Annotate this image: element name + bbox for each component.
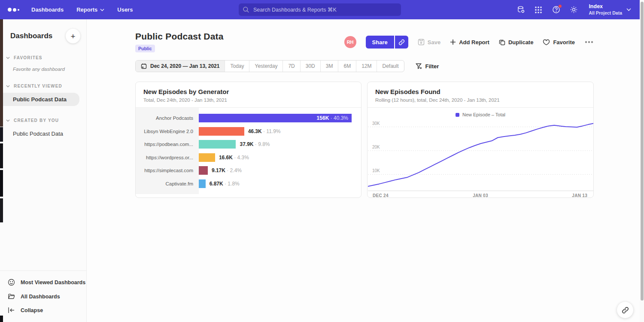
preset-12m[interactable]: 12M <box>356 61 377 72</box>
chart-legend: New Episode – Total <box>368 108 593 120</box>
chevron-down-icon <box>100 9 104 11</box>
project-selector[interactable]: Index All Project Data <box>589 3 631 16</box>
share-split-button: Share <box>366 36 408 49</box>
line-chart-subtitle: Rolling (12 hours), total, Dec 24th, 202… <box>375 97 586 103</box>
favorite-button[interactable]: Favorite <box>543 39 575 46</box>
link-icon <box>622 307 629 314</box>
sidebar-section-created-by-you[interactable]: CREATED BY YOU <box>0 118 86 123</box>
add-dashboard-button[interactable]: + <box>66 29 80 43</box>
bar-area: 6.87K · 1.8% <box>199 179 361 188</box>
apps-grid-icon[interactable] <box>534 6 543 14</box>
search-input[interactable] <box>239 3 401 16</box>
scrollbar-track <box>640 0 644 322</box>
bar-segment[interactable] <box>199 153 215 162</box>
x-axis-tick-label: DEC 24 <box>373 193 389 198</box>
notification-badge <box>558 4 562 8</box>
bar-segment[interactable] <box>199 166 208 175</box>
add-report-button[interactable]: Add Report <box>450 39 489 46</box>
section-label: FAVORITES <box>14 55 43 60</box>
save-label: Save <box>428 39 440 46</box>
nav-item-users[interactable]: Users <box>117 6 133 13</box>
section-label: CREATED BY YOU <box>14 118 59 123</box>
date-range-button[interactable]: Dec 24, 2020 — Jan 13, 2021 <box>136 61 225 72</box>
collapse-sidebar-button[interactable]: Collapse <box>0 304 86 317</box>
sidebar-item-public-podcast-data[interactable]: Public Podcast Data <box>0 93 79 106</box>
bar-segment[interactable] <box>199 179 206 188</box>
collapse-icon <box>8 307 15 313</box>
section-label: RECENTLY VIEWED <box>14 84 62 88</box>
preset-3m[interactable]: 3M <box>321 61 339 72</box>
preset-6m[interactable]: 6M <box>338 61 356 72</box>
most-viewed-dashboards-button[interactable]: Most Viewed Dashboards <box>0 275 86 289</box>
bar-segment[interactable]: 156K · 40.3% <box>199 114 352 122</box>
heart-icon <box>543 39 550 46</box>
copy-link-floating-button[interactable] <box>617 302 633 318</box>
x-axis-ticks: DEC 24JAN 03JAN 13 <box>368 191 593 198</box>
bar-row: Libsyn WebEngine 2.046.3K · 11.9% <box>136 125 361 138</box>
footer-item-label: All Dashboards <box>21 294 60 300</box>
link-icon <box>398 39 405 46</box>
bar-category-label: https://podbean.com... <box>136 142 199 147</box>
line-chart-card: New Episodes Found Rolling (12 hours), t… <box>367 82 594 198</box>
bar-area: 46.3K · 11.9% <box>199 127 361 136</box>
bar-category-label: Anchor Podcasts <box>136 115 199 121</box>
bar-area: 16.6K · 4.3% <box>199 153 361 162</box>
page-title: Public Podcast Data <box>135 31 224 42</box>
preset-30d[interactable]: 30D <box>301 61 321 72</box>
bar-rows: Anchor Podcasts156K · 40.3%Libsyn WebEng… <box>136 108 361 194</box>
all-dashboards-button[interactable]: All Dashboards <box>0 289 86 304</box>
sidebar-item-public-podcast-data-created[interactable]: Public Podcast Data <box>0 127 86 140</box>
public-badge: Public <box>135 45 155 52</box>
settings-gear-icon[interactable] <box>569 6 578 14</box>
bar-area: 156K · 40.3% <box>199 114 361 122</box>
bar-value: 9.17K · 2.4% <box>212 167 242 173</box>
preset-default[interactable]: Default <box>377 61 404 72</box>
bar-row: Captivate.fm6.87K · 1.8% <box>136 177 361 191</box>
nav-label: Dashboards <box>31 6 64 13</box>
preset-yesterday[interactable]: Yesterday <box>249 61 283 72</box>
nav-label: Users <box>117 6 133 13</box>
line-series[interactable] <box>368 123 594 186</box>
bar-value: 46.3K · 11.9% <box>248 128 281 134</box>
preset-7d[interactable]: 7D <box>283 61 300 72</box>
bar-row: Anchor Podcasts156K · 40.3% <box>136 112 361 125</box>
bar-value: 37.9K · 9.8% <box>240 141 270 147</box>
favorites-empty-hint: Favorite any dashboard <box>0 67 86 72</box>
bar-segment[interactable] <box>199 127 244 136</box>
duplicate-button[interactable]: Duplicate <box>499 39 534 46</box>
more-options-button[interactable] <box>584 39 594 45</box>
project-scope: All Project Data <box>589 10 622 16</box>
bar-category-label: https://simplecast.com <box>136 168 199 173</box>
main-content: Public Podcast Data Public RH Share Save… <box>87 19 640 322</box>
filter-button[interactable]: Filter <box>416 63 439 70</box>
share-link-button[interactable] <box>395 36 408 49</box>
avatar[interactable]: RH <box>344 36 356 48</box>
sidebar-section-favorites[interactable]: FAVORITES <box>0 55 86 60</box>
footer-item-label: Collapse <box>21 307 43 313</box>
preset-today[interactable]: Today <box>225 61 249 72</box>
sidebar-title: Dashboards <box>10 32 52 40</box>
filter-label: Filter <box>425 63 439 70</box>
help-icon[interactable] <box>552 6 560 14</box>
save-button[interactable]: Save <box>418 39 440 46</box>
bar-row: https://simplecast.com9.17K · 2.4% <box>136 164 361 177</box>
legend-label: New Episode – Total <box>462 112 505 117</box>
bar-chart-subtitle: Total, Dec 24th, 2020 - Jan 13th, 2021 <box>143 97 353 103</box>
x-axis-tick-label: JAN 13 <box>572 193 587 198</box>
bar-segment[interactable] <box>199 140 236 149</box>
mixpanel-logo-icon[interactable] <box>8 0 19 19</box>
share-button[interactable]: Share <box>366 36 394 49</box>
data-management-icon[interactable] <box>516 6 525 14</box>
plus-icon <box>450 39 456 45</box>
scrollbar-thumb[interactable] <box>641 2 644 301</box>
x-axis-tick-label: JAN 03 <box>473 193 488 198</box>
nav-label: Reports <box>76 6 97 13</box>
project-name: Index <box>589 3 622 10</box>
chevron-down-icon <box>6 119 10 122</box>
bar-area: 37.9K · 9.8% <box>199 140 361 149</box>
nav-item-dashboards[interactable]: Dashboards <box>31 6 64 13</box>
nav-item-reports[interactable]: Reports <box>76 6 104 13</box>
sidebar-section-recently-viewed[interactable]: RECENTLY VIEWED <box>0 84 86 88</box>
date-range-segmented-control: Dec 24, 2020 — Jan 13, 2021 Today Yester… <box>135 60 404 72</box>
chevron-down-icon <box>626 8 631 11</box>
